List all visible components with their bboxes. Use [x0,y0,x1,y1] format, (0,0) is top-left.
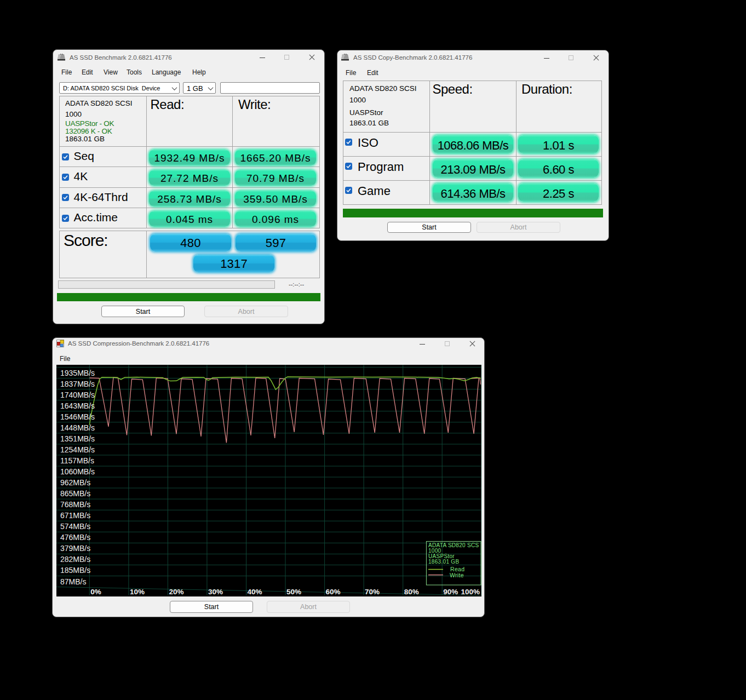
svg-text:1837MB/s: 1837MB/s [60,380,95,388]
svg-text:1351MB/s: 1351MB/s [60,434,95,443]
svg-text:1254MB/s: 1254MB/s [60,445,95,454]
svg-text:87MB/s: 87MB/s [60,577,86,586]
svg-text:60%: 60% [326,588,341,596]
svg-text:185MB/s: 185MB/s [60,566,90,575]
svg-text:20%: 20% [169,588,183,596]
svg-text:0%: 0% [90,588,101,596]
svg-text:80%: 80% [404,588,419,596]
svg-text:30%: 30% [208,588,223,596]
svg-text:100%: 100% [461,588,480,596]
svg-text:574MB/s: 574MB/s [60,522,90,531]
svg-text:70%: 70% [365,588,380,596]
svg-text:1740MB/s: 1740MB/s [60,391,95,399]
svg-text:1060MB/s: 1060MB/s [60,467,95,476]
svg-text:1863.01 GB: 1863.01 GB [428,559,459,565]
svg-text:1157MB/s: 1157MB/s [60,456,94,465]
svg-text:282MB/s: 282MB/s [60,555,90,564]
svg-text:476MB/s: 476MB/s [60,533,90,542]
svg-text:Write: Write [450,572,464,578]
svg-text:50%: 50% [286,588,301,596]
svg-text:40%: 40% [248,588,262,596]
svg-text:1643MB/s: 1643MB/s [60,401,95,410]
svg-text:962MB/s: 962MB/s [60,478,90,487]
svg-text:671MB/s: 671MB/s [60,511,90,520]
svg-text:90%: 90% [443,588,458,596]
svg-text:379MB/s: 379MB/s [60,544,90,553]
svg-text:865MB/s: 865MB/s [60,489,90,498]
svg-text:1546MB/s: 1546MB/s [60,412,95,421]
svg-text:10%: 10% [130,588,145,596]
svg-text:1448MB/s: 1448MB/s [60,423,95,432]
svg-text:1935MB/s: 1935MB/s [60,369,95,377]
svg-text:768MB/s: 768MB/s [60,500,90,509]
